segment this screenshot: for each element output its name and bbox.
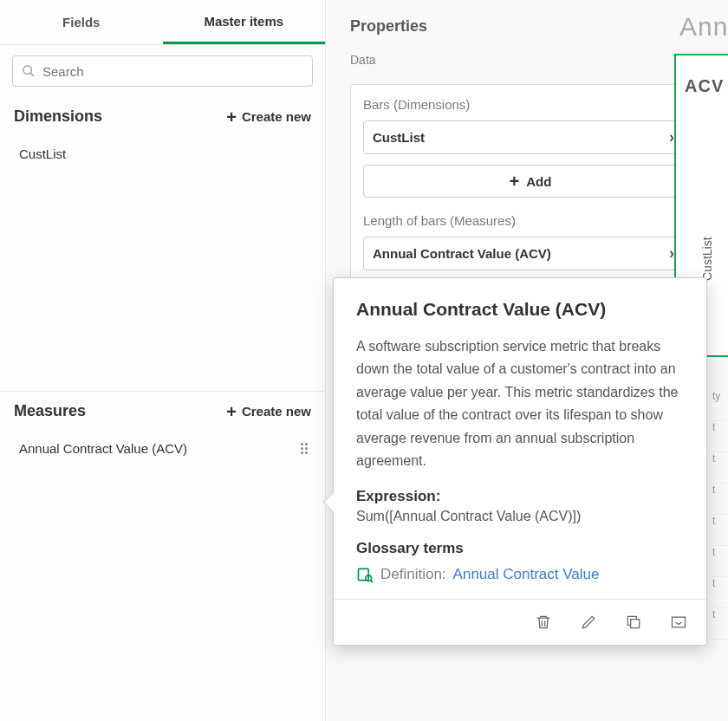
table-cell-partial: t: [711, 484, 728, 515]
measure-detail-popover: Annual Contract Value (ACV) A software s…: [333, 277, 707, 646]
plus-icon: +: [510, 172, 520, 190]
expression-label: Expression:: [356, 488, 684, 505]
glossary-definition-row: Definition: Annual Contract Value: [356, 566, 684, 583]
table-cell-partial: t: [711, 577, 728, 608]
data-card: Bars (Dimensions) CustList › + Add Lengt…: [350, 84, 711, 283]
delete-button[interactable]: [533, 612, 554, 633]
popover-title: Annual Contract Value (ACV): [356, 299, 684, 320]
dimensions-section: Dimensions + Create new CustList: [0, 97, 325, 392]
edit-button[interactable]: [578, 612, 599, 633]
dimensions-title: Dimensions: [14, 107, 102, 126]
properties-header: Properties: [326, 0, 728, 44]
duplicate-button[interactable]: [623, 612, 644, 633]
svg-line-1: [30, 73, 34, 76]
expression-value: Sum([Annual Contract Value (ACV)]): [356, 509, 684, 524]
trash-icon: [535, 614, 552, 631]
length-measures-label: Length of bars (Measures): [363, 213, 698, 228]
svg-line-4: [371, 581, 374, 583]
svg-point-0: [23, 66, 31, 74]
definition-label: Definition:: [380, 566, 446, 583]
measure-item-label: Annual Contract Value (ACV): [19, 441, 187, 456]
measure-item-acv[interactable]: Annual Contract Value (ACV): [0, 431, 325, 466]
add-label: Add: [526, 174, 551, 189]
assets-panel: Fields Master items Dimensions + Create …: [0, 0, 326, 721]
dimension-item-custlist[interactable]: CustList: [0, 136, 325, 172]
table-cell-partial: t: [711, 452, 728, 484]
glossary-icon: [356, 566, 374, 583]
chart-title-partial: Ann: [679, 12, 728, 42]
data-section-label: Data: [326, 44, 728, 75]
chart-acv-label: ACV: [676, 55, 728, 96]
pencil-icon: [580, 614, 597, 631]
chart-y-axis-label: CustList: [700, 237, 714, 281]
table-cell-partial: t: [711, 421, 728, 452]
dimension-pill-label: CustList: [373, 130, 425, 145]
table-cell-partial: t: [711, 515, 728, 546]
measures-title: Measures: [14, 402, 86, 420]
add-dimension-button[interactable]: + Add: [363, 165, 698, 198]
dimension-pill-custlist[interactable]: CustList ›: [363, 120, 698, 154]
plus-icon: +: [226, 108, 237, 126]
glossary-terms-label: Glossary terms: [356, 540, 684, 557]
glossary-definition-link[interactable]: Annual Contract Value: [453, 566, 600, 583]
table-edge-partial: ty t t t t t t t: [711, 390, 728, 640]
table-cell-partial: ty: [711, 390, 728, 421]
search-input[interactable]: [42, 64, 303, 79]
dimension-item-label: CustList: [19, 146, 66, 161]
popover-description: A software subscription service metric t…: [356, 335, 684, 472]
measure-pill-label: Annual Contract Value (ACV): [373, 246, 551, 261]
create-measure-button[interactable]: + Create new: [226, 403, 311, 420]
measure-pill-acv[interactable]: Annual Contract Value (ACV) ›: [363, 237, 698, 270]
svg-rect-6: [673, 618, 686, 628]
search-icon: [22, 64, 36, 78]
insert-button[interactable]: [668, 612, 689, 633]
table-cell-partial: t: [711, 608, 728, 640]
create-measure-label: Create new: [242, 404, 311, 419]
plus-icon: +: [226, 403, 237, 420]
svg-rect-5: [631, 620, 640, 628]
svg-rect-2: [359, 569, 369, 581]
search-box[interactable]: [12, 55, 313, 87]
tab-fields[interactable]: Fields: [0, 0, 163, 44]
insert-icon: [669, 614, 688, 631]
drag-handle-icon[interactable]: [301, 443, 308, 454]
assets-tabs: Fields Master items: [0, 0, 325, 45]
create-dimension-button[interactable]: + Create new: [226, 108, 311, 126]
popover-footer: [334, 599, 706, 645]
create-dimension-label: Create new: [242, 109, 311, 124]
tab-master-items[interactable]: Master items: [163, 0, 326, 44]
copy-icon: [625, 614, 642, 631]
measures-section: Measures + Create new Annual Contract Va…: [0, 392, 325, 466]
bars-dimensions-label: Bars (Dimensions): [363, 97, 698, 112]
table-cell-partial: t: [711, 546, 728, 577]
